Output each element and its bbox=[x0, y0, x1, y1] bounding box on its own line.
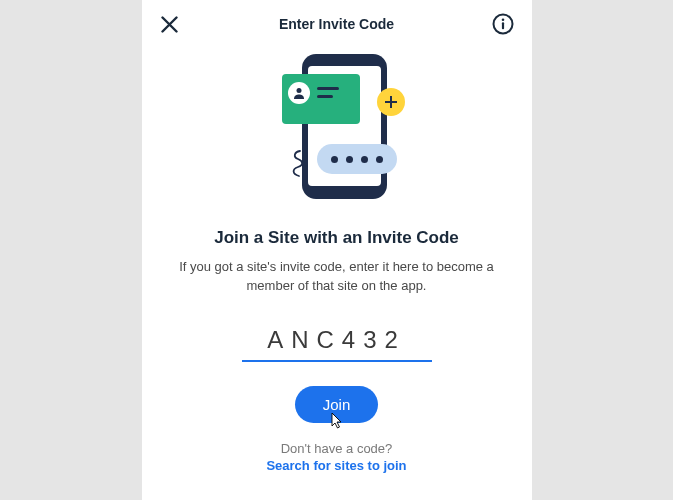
svg-point-3 bbox=[296, 88, 301, 93]
svg-point-1 bbox=[502, 18, 505, 21]
cursor-icon bbox=[330, 412, 344, 430]
join-button-label: Join bbox=[323, 396, 351, 413]
avatar-icon bbox=[288, 82, 310, 104]
modal-title: Enter Invite Code bbox=[279, 16, 394, 32]
phone-illustration bbox=[247, 54, 427, 204]
modal-header: Enter Invite Code bbox=[142, 0, 532, 48]
message-bubble-icon bbox=[317, 144, 397, 174]
info-icon[interactable] bbox=[489, 10, 517, 38]
section-heading: Join a Site with an Invite Code bbox=[214, 228, 459, 248]
scribble-icon bbox=[287, 149, 313, 179]
search-sites-link[interactable]: Search for sites to join bbox=[266, 458, 406, 473]
invite-code-modal: Enter Invite Code Join a Site with an In… bbox=[142, 0, 532, 500]
section-description: If you got a site's invite code, enter i… bbox=[142, 258, 532, 296]
plus-icon bbox=[377, 88, 405, 116]
invite-code-input[interactable] bbox=[242, 322, 432, 362]
close-icon[interactable] bbox=[156, 10, 184, 38]
svg-rect-2 bbox=[502, 22, 504, 29]
no-code-text: Don't have a code? bbox=[266, 441, 406, 456]
join-button[interactable]: Join bbox=[295, 386, 379, 423]
modal-footer: Don't have a code? Search for sites to j… bbox=[266, 441, 406, 473]
